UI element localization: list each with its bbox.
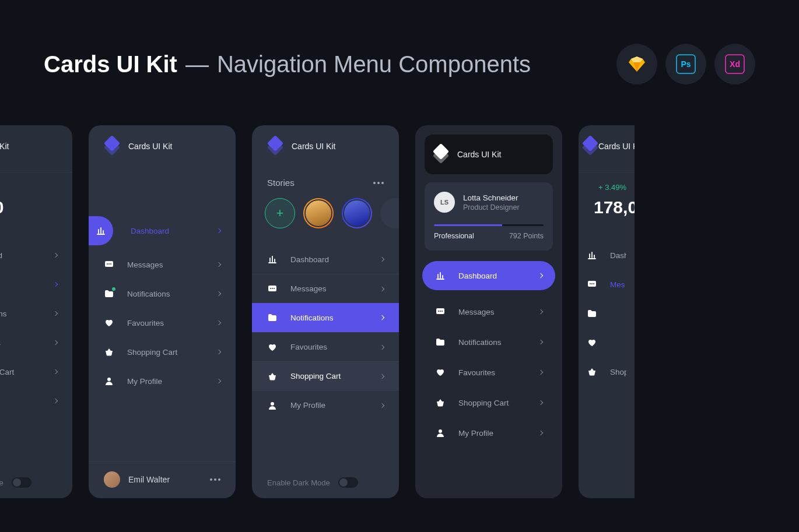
- chevron-right-icon: [53, 253, 58, 258]
- sidebar-item-favourites[interactable]: Favourites: [89, 308, 236, 337]
- chat-icon: [587, 280, 597, 288]
- story-avatar[interactable]: [303, 198, 334, 228]
- stat-delta-text: + 3.49%: [598, 183, 626, 192]
- folder-icon: [267, 313, 278, 322]
- toggle-switch[interactable]: [338, 477, 358, 488]
- sidebar-item-favourites[interactable]: Favourites: [252, 332, 399, 361]
- svg-point-11: [108, 263, 110, 265]
- folder-icon: [435, 338, 446, 346]
- svg-point-10: [107, 263, 108, 265]
- sidebar-item-dashboard[interactable]: Dashboard: [89, 216, 236, 245]
- folder-icon: [104, 290, 114, 298]
- sidebar-item-label: Favourites: [0, 339, 41, 347]
- chevron-right-icon: [538, 400, 543, 405]
- more-icon[interactable]: [373, 182, 384, 184]
- profile-level: Professional: [434, 232, 474, 240]
- chevron-right-icon: [538, 273, 543, 278]
- title-dash: —: [185, 51, 209, 77]
- story-avatar[interactable]: [380, 198, 399, 228]
- heart-icon: [104, 319, 114, 327]
- chat-icon: [104, 260, 114, 269]
- sidebar-item-notifications[interactable]: Notifications: [0, 299, 72, 328]
- sidebar-item-shopping-cart[interactable]: Shopping Cart: [252, 361, 399, 390]
- heart-icon: [587, 339, 597, 347]
- chevron-right-icon: [53, 369, 58, 374]
- user-icon: [435, 428, 446, 438]
- sidebar-item-shopping-cart[interactable]: Shopping Cart: [422, 388, 555, 417]
- chevron-right-icon: [538, 340, 543, 344]
- sidebar-item-label: Messages: [290, 284, 367, 293]
- profile-card[interactable]: LS Lotta Schneider Product Designer Prof…: [425, 182, 553, 251]
- profile-role: Product Designer: [463, 203, 520, 212]
- sidebar-item-shopping-cart[interactable]: Shopping Cart: [0, 357, 72, 386]
- toggle-switch[interactable]: [12, 477, 31, 488]
- chevron-right-icon: [380, 257, 384, 262]
- svg-point-25: [590, 283, 591, 284]
- heart-icon: [435, 368, 446, 376]
- logo-icon: [433, 146, 449, 163]
- sidebar-item-label: Notifications: [458, 338, 526, 347]
- chevron-right-icon: [538, 309, 543, 314]
- notification-dot: [112, 287, 115, 291]
- sidebar-item-profile[interactable]: My Profile: [252, 390, 399, 420]
- story-avatar[interactable]: [342, 198, 372, 228]
- sidebar-item-label: Messages: [127, 260, 204, 269]
- card-header: Cards UI Kit: [89, 125, 236, 172]
- chevron-right-icon: [216, 262, 221, 267]
- svg-point-15: [270, 288, 271, 289]
- chevron-right-icon: [380, 403, 384, 407]
- sidebar-item-label: Mes: [610, 280, 626, 289]
- footer-user[interactable]: Emil Walter: [89, 461, 236, 498]
- basket-icon: [435, 399, 446, 407]
- sidebar-item-shopping-cart[interactable]: Shopping Cart: [89, 337, 236, 367]
- chevron-right-icon: [53, 311, 58, 316]
- sidebar-item-messages[interactable]: Messages: [89, 250, 236, 279]
- nav-card-stat: Cards UI Kit + 3.49% 178,080 Dashboard M…: [0, 125, 72, 498]
- sidebar-item-label: Dashboard: [290, 255, 367, 264]
- svg-point-23: [439, 429, 442, 433]
- sidebar-item-messages[interactable]: Mes: [579, 270, 635, 299]
- sidebar-item-dashboard[interactable]: Dashboard: [252, 245, 399, 274]
- sidebar-item-messages[interactable]: Messages: [252, 274, 399, 303]
- sidebar-item-notifications[interactable]: Notifications: [252, 303, 399, 332]
- sidebar-item-messages[interactable]: Messages: [422, 297, 555, 326]
- sidebar-item-label: Shopping Cart: [458, 399, 526, 407]
- svg-point-22: [441, 311, 443, 312]
- sidebar-item-favourites[interactable]: Favourites: [0, 328, 72, 357]
- sidebar-item-shopping-cart[interactable]: Shop: [579, 357, 635, 386]
- chart-icon: [96, 226, 106, 235]
- dark-mode-toggle[interactable]: Enable Dark Mode: [252, 468, 399, 498]
- sidebar-item-dashboard[interactable]: Dashboard: [422, 261, 555, 290]
- sidebar-item-dashboard[interactable]: Dash: [579, 241, 635, 270]
- more-icon[interactable]: [210, 478, 220, 481]
- sidebar-item-profile[interactable]: My Profile: [422, 418, 555, 448]
- title-main: Cards UI Kit: [44, 51, 177, 77]
- sidebar-item-favourites[interactable]: Favourites: [422, 358, 555, 387]
- profile-name: Lotta Schneider: [463, 193, 520, 202]
- card-header: Cards UI Kit: [0, 125, 72, 172]
- sidebar-item-notifications[interactable]: [579, 299, 635, 328]
- sidebar-item-profile[interactable]: My Profile: [0, 386, 72, 415]
- add-story-button[interactable]: +: [265, 198, 295, 228]
- logo-icon: [267, 138, 283, 154]
- sidebar-item-dashboard[interactable]: Dashboard: [0, 241, 72, 270]
- sidebar-item-profile[interactable]: My Profile: [89, 367, 236, 396]
- sidebar-item-notifications[interactable]: Notifications: [422, 327, 555, 357]
- user-icon: [104, 376, 114, 386]
- sidebar-item-messages[interactable]: Messages: [0, 270, 72, 299]
- sidebar-item-favourites[interactable]: [579, 328, 635, 357]
- title-subtitle: Navigation Menu Components: [217, 51, 531, 77]
- svg-point-18: [271, 402, 274, 406]
- chevron-right-icon: [538, 370, 543, 375]
- logo-icon: [104, 138, 120, 154]
- sidebar-item-label: Shopping Cart: [290, 372, 367, 380]
- nav-card-profile: Cards UI Kit LS Lotta Schneider Product …: [415, 125, 562, 498]
- nav-card-pill: Cards UI Kit Dashboard Messages Noti: [89, 125, 236, 498]
- dark-mode-toggle[interactable]: Enable Dark Mode: [0, 468, 72, 498]
- sidebar-item-label: Notifications: [0, 309, 41, 318]
- dark-mode-label: Enable Dark Mode: [267, 478, 330, 487]
- sidebar-item-notifications[interactable]: Notifications: [89, 279, 236, 308]
- sidebar-item-label: Shopping Cart: [0, 368, 41, 376]
- progress-bar: [434, 224, 544, 226]
- stories-title: Stories: [267, 178, 295, 188]
